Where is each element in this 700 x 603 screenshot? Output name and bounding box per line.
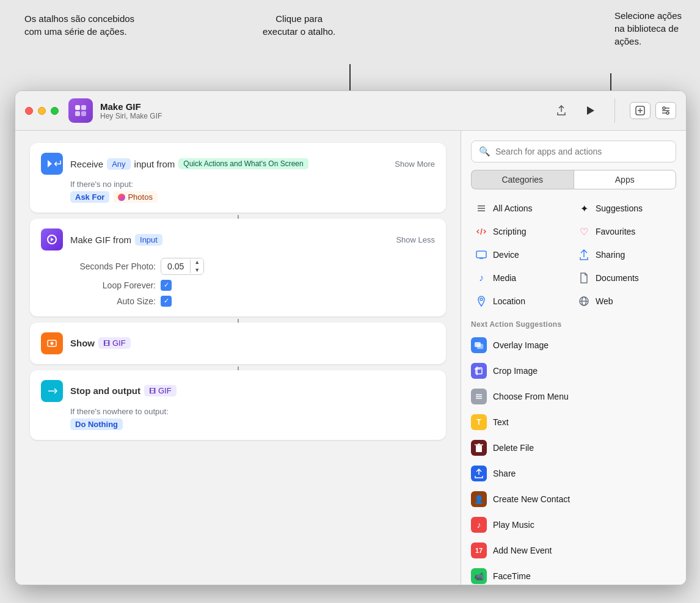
workflow-panel: ↵ Receive Any input from Quick Actions a… bbox=[15, 131, 461, 585]
loop-checkbox[interactable]: ✓ bbox=[161, 280, 172, 291]
titlebar-divider bbox=[614, 98, 615, 123]
do-nothing-btn[interactable]: Do Nothing bbox=[70, 418, 123, 430]
main-window: Make GIF Hey Siri, Make GIF bbox=[15, 90, 687, 585]
add-step-button[interactable] bbox=[630, 102, 651, 119]
overlay-image-icon bbox=[471, 337, 487, 353]
title-info: Make GIF Hey Siri, Make GIF bbox=[100, 101, 552, 120]
app-icon bbox=[68, 98, 93, 123]
category-device[interactable]: Device bbox=[471, 243, 574, 266]
no-output-label: If there's nowhere to output: bbox=[70, 407, 435, 416]
svg-rect-3 bbox=[81, 111, 86, 116]
choose-menu-icon bbox=[471, 389, 487, 404]
tab-categories[interactable]: Categories bbox=[471, 170, 574, 189]
svg-rect-1 bbox=[81, 105, 86, 110]
callout-right: Selecione ações na biblioteca de ações. bbox=[614, 9, 682, 48]
tabs-row: Categories Apps bbox=[471, 170, 676, 189]
suggestion-choose-from-menu[interactable]: Choose From Menu bbox=[461, 384, 686, 409]
location-icon bbox=[475, 294, 488, 308]
receive-content: Receive Any input from Quick Actions and… bbox=[70, 158, 387, 170]
receive-any-tag[interactable]: Any bbox=[107, 158, 130, 170]
suggestion-overlay-image[interactable]: Overlay Image bbox=[461, 332, 686, 358]
category-sharing[interactable]: Sharing bbox=[574, 243, 676, 266]
add-event-label: Add New Event bbox=[493, 546, 552, 555]
suggestion-facetime[interactable]: 📹 FaceTime bbox=[461, 563, 686, 585]
text-label: Text bbox=[493, 417, 509, 427]
favourites-icon: ♡ bbox=[577, 225, 591, 238]
all-actions-icon bbox=[475, 202, 488, 215]
autosize-label: Auto Size: bbox=[70, 296, 156, 306]
content-area: ↵ Receive Any input from Quick Actions a… bbox=[15, 131, 686, 585]
suggestions-section: Next Action Suggestions Overlay Image bbox=[461, 318, 686, 585]
stop-content: Stop and output 🎞 GIF bbox=[70, 385, 435, 397]
titlebar: Make GIF Hey Siri, Make GIF bbox=[15, 91, 686, 131]
ask-for-btn[interactable]: Ask For bbox=[70, 191, 109, 203]
choose-menu-label: Choose From Menu bbox=[493, 392, 569, 401]
seconds-label: Seconds Per Photo: bbox=[70, 261, 156, 271]
facetime-label: FaceTime bbox=[493, 571, 531, 581]
stop-sub: If there's nowhere to output: Do Nothing bbox=[41, 407, 435, 430]
minimize-button[interactable] bbox=[38, 107, 46, 115]
gif-icon bbox=[41, 228, 63, 250]
settings-button[interactable] bbox=[655, 102, 676, 119]
share-button[interactable] bbox=[552, 101, 571, 120]
suggestions-header: Next Action Suggestions bbox=[461, 318, 686, 332]
svg-point-12 bbox=[666, 112, 669, 114]
documents-label: Documents bbox=[596, 273, 639, 283]
run-button[interactable] bbox=[580, 101, 600, 120]
suggestion-add-event[interactable]: 17 Add New Event bbox=[461, 538, 686, 563]
stop-gif-tag[interactable]: 🎞 GIF bbox=[144, 385, 177, 397]
photos-tag[interactable]: Photos bbox=[113, 191, 157, 203]
category-scripting[interactable]: Scripting bbox=[471, 220, 574, 243]
autosize-row: Auto Size: ✓ bbox=[70, 296, 435, 307]
suggestion-share[interactable]: Share bbox=[461, 461, 686, 486]
categories-grid: All Actions ✦ Suggestions Scripting bbox=[471, 197, 676, 313]
documents-icon bbox=[577, 271, 591, 285]
search-input[interactable] bbox=[495, 147, 668, 156]
show-more-btn[interactable]: Show More bbox=[395, 159, 435, 169]
media-label: Media bbox=[493, 273, 516, 283]
gif-content: Make GIF from Input bbox=[70, 234, 388, 246]
seconds-stepper[interactable]: 0.05 ▲ ▼ bbox=[161, 258, 204, 275]
svg-rect-2 bbox=[75, 111, 80, 116]
category-web[interactable]: Web bbox=[574, 290, 676, 313]
autosize-checkbox[interactable]: ✓ bbox=[161, 296, 172, 307]
category-media[interactable]: ♪ Media bbox=[471, 266, 574, 290]
category-location[interactable]: Location bbox=[471, 290, 574, 313]
seconds-value: 0.05 bbox=[161, 260, 191, 273]
show-prefix: Show bbox=[70, 338, 95, 348]
seconds-row: Seconds Per Photo: 0.05 ▲ ▼ bbox=[70, 258, 435, 275]
receive-icon: ↵ bbox=[41, 153, 63, 175]
delete-file-label: Delete File bbox=[493, 443, 534, 453]
sharing-label: Sharing bbox=[596, 250, 625, 260]
stepper-arrows[interactable]: ▲ ▼ bbox=[191, 258, 203, 274]
stepper-up[interactable]: ▲ bbox=[191, 258, 203, 266]
suggestion-delete-file[interactable]: Delete File bbox=[461, 435, 686, 461]
category-documents[interactable]: Documents bbox=[574, 266, 676, 290]
receive-prefix: Receive bbox=[70, 159, 103, 169]
suggestions-label: Suggestions bbox=[596, 203, 643, 213]
tab-apps[interactable]: Apps bbox=[574, 170, 677, 189]
close-button[interactable] bbox=[25, 107, 33, 115]
location-label: Location bbox=[493, 296, 525, 306]
suggestion-create-contact[interactable]: 👤 Create New Contact bbox=[461, 486, 686, 512]
category-all-actions[interactable]: All Actions bbox=[471, 197, 574, 220]
suggestion-crop-image[interactable]: Crop Image bbox=[461, 358, 686, 384]
overlay-image-label: Overlay Image bbox=[493, 340, 549, 350]
category-suggestions[interactable]: ✦ Suggestions bbox=[574, 197, 676, 220]
show-gif-tag[interactable]: 🎞 GIF bbox=[98, 337, 131, 349]
receive-source-tag[interactable]: Quick Actions and What's On Screen bbox=[178, 158, 308, 169]
suggestions-icon: ✦ bbox=[577, 202, 591, 215]
search-bar: 🔍 bbox=[471, 141, 676, 163]
suggestion-play-music[interactable]: ♪ Play Music bbox=[461, 512, 686, 538]
maximize-button[interactable] bbox=[51, 107, 59, 115]
show-less-btn[interactable]: Show Less bbox=[396, 235, 435, 244]
suggestion-text[interactable]: T Text bbox=[461, 409, 686, 435]
stepper-down[interactable]: ▼ bbox=[191, 266, 203, 274]
right-buttons bbox=[630, 102, 676, 119]
category-favourites[interactable]: ♡ Favourites bbox=[574, 220, 676, 243]
show-icon bbox=[41, 332, 63, 354]
gif-input-tag[interactable]: Input bbox=[135, 234, 162, 246]
callout-center: Clique para executar o atalho. bbox=[263, 12, 335, 38]
action-stop: Stop and output 🎞 GIF If there's nowhere… bbox=[30, 370, 446, 440]
action-receive: ↵ Receive Any input from Quick Actions a… bbox=[30, 143, 446, 213]
